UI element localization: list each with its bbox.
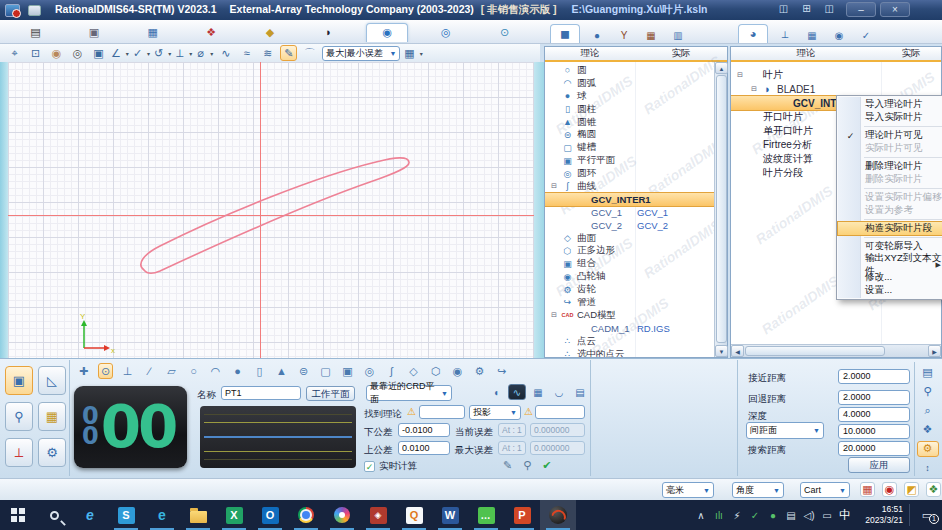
tree-item[interactable]: ∴ 点云 (545, 335, 714, 348)
feature-type-button[interactable]: ▲ (274, 363, 289, 379)
taskbar-clock[interactable]: 16:51 2023/3/21 (857, 504, 903, 525)
feature-type-button[interactable]: ⊙ (98, 363, 113, 379)
apply-button[interactable]: 应用 (848, 457, 910, 473)
status-icon[interactable]: ◉ (882, 482, 897, 497)
blade-panel-tab[interactable]: ▦ (802, 27, 822, 43)
side-tool-icon[interactable]: ⌕ (917, 403, 939, 419)
taskbar-app[interactable] (180, 500, 216, 530)
status-icon[interactable]: ◩ (904, 482, 919, 497)
tree-item[interactable]: ⚙ 齿轮 (545, 283, 714, 296)
toolbar-icon[interactable]: ⌀ (196, 45, 213, 61)
start-button[interactable] (0, 500, 36, 530)
feature-type-button[interactable]: ⚙ (472, 363, 487, 379)
tree-item[interactable]: GCV_2 GCV_2 (545, 219, 714, 232)
feature-type-button[interactable]: ⊜ (296, 363, 311, 379)
tree-item[interactable]: ⊟ ʃ 曲线 (545, 180, 714, 193)
context-menu-item[interactable]: 删除理论叶片 (838, 160, 942, 173)
tree-item[interactable]: ⬡ 正多边形 (545, 244, 714, 257)
toolbar-icon[interactable]: ◉ (48, 45, 65, 61)
blade-panel-tab[interactable]: ⟂ (775, 27, 795, 43)
feature-type-button[interactable]: ● (230, 363, 245, 379)
scroll-left-arrow[interactable]: ◀ (731, 345, 744, 357)
feature-panel-tab[interactable]: ▥ (668, 27, 688, 43)
side-tool-icon[interactable]: ▤ (917, 365, 939, 381)
taskbar-app[interactable]: W (432, 500, 468, 530)
tray-icon[interactable]: ▤ (785, 510, 797, 521)
context-menu-item[interactable]: 修改... (838, 271, 942, 284)
tray-icon[interactable]: ∧ (695, 510, 707, 521)
toolbar-icon[interactable]: ∠ (111, 45, 129, 61)
context-menu-item[interactable] (864, 219, 942, 220)
taskbar-app[interactable]: O (252, 500, 288, 530)
toolbar-icon[interactable]: ≈ (238, 45, 255, 61)
mode-button[interactable]: ▣ (5, 366, 33, 395)
tree-item[interactable]: ⊜ 椭圆 (545, 128, 714, 141)
tree-item[interactable]: ○ 圆 (545, 64, 714, 77)
evaluation-action-icon[interactable]: ⚲ (523, 459, 531, 472)
mode-button[interactable]: ⚙ (38, 438, 66, 467)
feature-type-button[interactable]: ↪ (494, 363, 509, 379)
ribbon-tab[interactable]: ⊙ (484, 23, 526, 42)
projection-dropdown[interactable]: 投影▼ (469, 405, 521, 420)
feature-type-button[interactable]: ✚ (76, 363, 91, 379)
evaluation-tab[interactable]: ∿ (508, 384, 526, 400)
toolbar-icon[interactable]: ⟂ (175, 45, 192, 61)
tray-icon[interactable]: ✓ (749, 510, 761, 521)
context-menu-item[interactable] (864, 126, 942, 127)
vertical-scrollbar[interactable]: ▲ ▼ (714, 62, 727, 357)
scrollbar-thumb[interactable] (745, 346, 885, 356)
context-menu-item[interactable]: 设置为参考 (838, 204, 942, 217)
found-theory-field[interactable] (419, 405, 465, 419)
upper-tolerance-input[interactable] (398, 441, 450, 455)
display-options-icon[interactable]: ▦ (404, 45, 422, 61)
ribbon-tab[interactable]: ❖ (190, 23, 232, 42)
layout-icon[interactable]: ⊞ (802, 3, 810, 14)
feature-panel-tab[interactable]: ▦ (641, 27, 661, 43)
side-tool-icon[interactable]: ❖ (917, 422, 939, 438)
scroll-up-arrow[interactable]: ▲ (715, 62, 728, 74)
feature-type-button[interactable]: ▢ (318, 363, 333, 379)
toolbar-icon[interactable]: ∿ (217, 45, 234, 61)
evaluation-tab[interactable]: ◡ (550, 384, 568, 400)
clearance-plane-dropdown[interactable]: 间距面▼ (746, 422, 824, 439)
taskbar-app[interactable]: … (468, 500, 504, 530)
evaluation-tab[interactable]: ◖ (487, 384, 505, 400)
context-menu-item[interactable]: 输出XYZ到文本文件 ▶ (838, 258, 942, 271)
ribbon-tab[interactable]: ▦ (132, 23, 174, 42)
blade-panel-tab[interactable]: ◕ (738, 24, 768, 43)
tree-item[interactable]: GCV_1 GCV_1 (545, 206, 714, 219)
tree-item[interactable]: ⊟ ◗ BLADE1 (731, 82, 941, 96)
side-tool-icon[interactable]: ⚲ (917, 384, 939, 400)
ribbon-tab[interactable]: ◎ (425, 23, 467, 42)
mode-button[interactable]: ◺ (38, 366, 66, 395)
context-menu-item[interactable] (864, 237, 942, 238)
tree-item[interactable]: GCV_INTER1 (545, 193, 714, 206)
realtime-calc-checkbox[interactable]: ✓ (364, 461, 375, 472)
status-icon[interactable]: ❖ (926, 482, 941, 497)
toolbar-icon[interactable]: ✎ (280, 45, 297, 61)
tray-icon[interactable]: ▭ (821, 510, 833, 521)
tree-item[interactable]: ● 球 (545, 90, 714, 103)
horizontal-scrollbar[interactable]: ◀ ▶ (731, 344, 941, 357)
tray-icon[interactable]: ● (767, 510, 779, 521)
scrollbar-thumb[interactable] (716, 75, 727, 343)
evaluation-tab[interactable]: ▦ (529, 384, 547, 400)
tray-icon[interactable]: ⚡ (731, 510, 743, 521)
taskbar-app[interactable]: ◈ (360, 500, 396, 530)
toolbar-icon[interactable]: ▣ (90, 45, 107, 61)
tree-item[interactable]: ◠ 圆弧 (545, 77, 714, 90)
search-distance-field[interactable]: 20.0000 (838, 441, 910, 456)
taskbar-app[interactable]: e (72, 500, 108, 530)
evaluation-action-icon[interactable]: ✔ (542, 459, 551, 472)
feature-type-button[interactable]: ◉ (450, 363, 465, 379)
toolbar-icon[interactable]: ⌒ (301, 45, 318, 61)
tree-item[interactable]: ↪ 管道 (545, 296, 714, 309)
tree-item[interactable]: CADM_1 RD.IGS (545, 322, 714, 335)
tree-item[interactable]: ▲ 圆锥 (545, 116, 714, 129)
side-tool-icon[interactable]: ⚙ (917, 441, 939, 457)
projection-target-field[interactable] (535, 405, 585, 419)
toolbar-icon[interactable]: ↺ (154, 45, 171, 61)
tree-item[interactable]: ◉ 凸轮轴 (545, 270, 714, 283)
feature-type-button[interactable]: ⬡ (428, 363, 443, 379)
expander-icon[interactable]: ⊟ (551, 311, 561, 319)
